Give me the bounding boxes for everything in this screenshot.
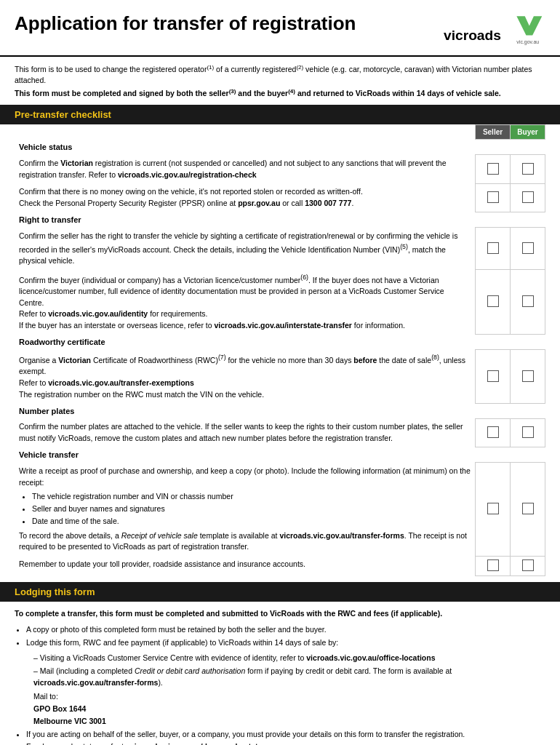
buyer-checkbox-2[interactable]	[511, 183, 545, 212]
table-row: Confirm the seller has the right to tran…	[15, 228, 545, 270]
seller-checkbox-7[interactable]	[476, 463, 511, 556]
number-plates-title: Number plates	[15, 403, 545, 418]
header: Application for transfer of registration…	[0, 0, 560, 57]
list-item: Mail (including a completed Credit or de…	[33, 665, 545, 690]
lodging-content: To complete a transfer, this form must b…	[0, 602, 560, 746]
pretransfer-section-header: Pre-transfer checklist	[0, 105, 560, 124]
seller-checkbox-2[interactable]	[476, 183, 511, 212]
list-item: Lodge this form, RWC and fee payment (if…	[26, 637, 545, 728]
seller-checkbox-3[interactable]	[476, 228, 511, 270]
checklist-item-text: Remember to update your toll provider, r…	[15, 556, 476, 575]
checklist-table: Seller Buyer Vehicle status Confirm the …	[15, 124, 545, 575]
list-item: If you are acting on behalf of the selle…	[26, 728, 545, 741]
table-row: Confirm the number plates are attached t…	[15, 418, 545, 447]
lodging-sub-bullets: Visiting a VicRoads Customer Service Cen…	[33, 652, 545, 689]
checklist-item-text: Confirm the number plates are attached t…	[15, 418, 476, 447]
checklist-item-text: Confirm the seller has the right to tran…	[15, 228, 476, 270]
buyer-checkbox-7[interactable]	[511, 463, 545, 556]
buyer-checkbox-5[interactable]	[511, 350, 545, 404]
vicroads-logo: vicroads vic.gov.au	[444, 13, 545, 48]
buyer-checkbox-3[interactable]	[511, 228, 545, 270]
logo-area: vicroads vic.gov.au	[444, 13, 545, 48]
list-item: Seller and buyer names and signatures	[32, 503, 471, 515]
checklist-item-text: Confirm the buyer (individual or company…	[15, 270, 476, 335]
table-row: Confirm the Victorian registration is cu…	[15, 155, 545, 184]
buyer-checkbox-4[interactable]	[511, 270, 545, 335]
table-row: Confirm the buyer (individual or company…	[15, 270, 545, 335]
col-seller-header: Seller	[476, 125, 511, 140]
vehicle-transfer-title: Vehicle transfer	[15, 447, 545, 463]
checklist-container: Seller Buyer Vehicle status Confirm the …	[0, 124, 560, 575]
list-item: For deceased estates, refer to vicroads.…	[26, 741, 545, 745]
intro-line2: This form must be completed and signed b…	[15, 89, 501, 97]
svg-text:vicroads: vicroads	[444, 28, 501, 43]
lodging-section-header: Lodging this form	[0, 582, 560, 602]
seller-checkbox-4[interactable]	[476, 270, 511, 335]
checklist-item-text: Write a receipt as proof of purchase and…	[15, 463, 476, 556]
vehicle-status-title: Vehicle status	[15, 140, 545, 155]
lodging-intro: To complete a transfer, this form must b…	[15, 607, 545, 620]
table-row: Organise a Victorian Certificate of Road…	[15, 350, 545, 404]
list-item: Date and time of the sale.	[32, 516, 471, 527]
list-item: The vehicle registration number and VIN …	[32, 491, 471, 503]
roadworthy-title: Roadworthy certificate	[15, 335, 545, 350]
buyer-checkbox-8[interactable]	[511, 556, 545, 575]
buyer-checkbox-6[interactable]	[511, 418, 545, 447]
checklist-item-text: Confirm that there is no money owing on …	[15, 183, 476, 212]
page-title: Application for transfer of registration	[15, 13, 356, 34]
svg-text:vic.gov.au: vic.gov.au	[517, 39, 540, 45]
mail-to: Mail to: GPO Box 1644 Melbourne VIC 3001	[33, 690, 545, 727]
checklist-item-text: Confirm the Victorian registration is cu…	[15, 155, 476, 184]
intro-line1: This form is to be used to change the re…	[15, 65, 532, 85]
seller-checkbox-6[interactable]	[476, 418, 511, 447]
col-buyer-header: Buyer	[511, 125, 545, 140]
svg-marker-0	[517, 16, 543, 35]
seller-checkbox-5[interactable]	[476, 350, 511, 404]
page: Application for transfer of registration…	[0, 0, 560, 745]
table-row: Confirm that there is no money owing on …	[15, 183, 545, 212]
table-row: Write a receipt as proof of purchase and…	[15, 463, 545, 556]
checklist-item-text: Organise a Victorian Certificate of Road…	[15, 350, 476, 404]
right-to-transfer-title: Right to transfer	[15, 212, 545, 228]
intro-text: This form is to be used to change the re…	[0, 57, 560, 105]
seller-checkbox-8[interactable]	[476, 556, 511, 575]
seller-checkbox-1[interactable]	[476, 155, 511, 184]
list-item: A copy or photo of this completed form m…	[26, 624, 545, 636]
table-row: Remember to update your toll provider, r…	[15, 556, 545, 575]
buyer-checkbox-1[interactable]	[511, 155, 545, 184]
lodging-bullets: A copy or photo of this completed form m…	[26, 624, 545, 745]
receipt-list: The vehicle registration number and VIN …	[32, 491, 471, 527]
list-item: Visiting a VicRoads Customer Service Cen…	[33, 652, 545, 664]
